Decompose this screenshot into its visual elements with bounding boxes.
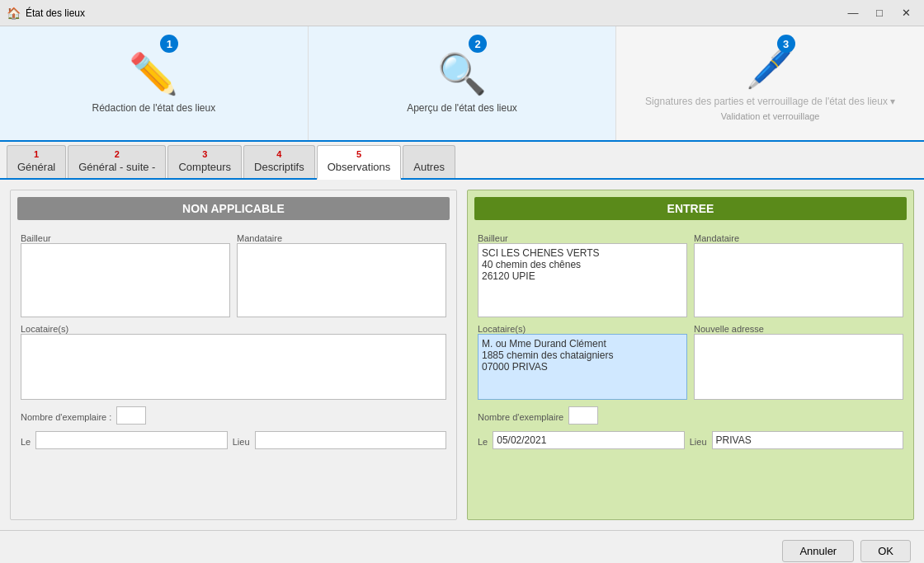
tab-observations[interactable]: 5 Observations: [317, 145, 402, 180]
wizard-step-1[interactable]: 1 ✏️ Rédaction de l'état des lieux: [0, 26, 309, 140]
left-locataires-input[interactable]: [21, 334, 446, 400]
tab-general[interactable]: 1 Général: [7, 145, 66, 178]
main-content: NON APPLICABLE Bailleur Mandataire Locat…: [0, 180, 924, 530]
right-mandataire-label: Mandataire: [694, 233, 903, 243]
left-panel: NON APPLICABLE Bailleur Mandataire Locat…: [10, 190, 457, 520]
left-lieu-label: Lieu: [233, 437, 250, 447]
tab-autres[interactable]: Autres: [403, 145, 455, 178]
right-bailleur-col: Bailleur SCI LES CHENES VERTS 40 chemin …: [478, 230, 687, 317]
tab-num-2: 2: [115, 149, 120, 159]
tab-num-1: 1: [34, 149, 39, 159]
wizard-badge-1: 1: [160, 35, 178, 53]
right-nouvelle-adresse-label: Nouvelle adresse: [694, 324, 903, 334]
left-panel-header: NON APPLICABLE: [17, 197, 450, 220]
magnifier-icon: 🔍: [437, 51, 487, 97]
tab-num-5: 5: [356, 149, 361, 159]
app-icon: 🏠: [7, 7, 21, 20]
tab-num-3: 3: [202, 149, 207, 159]
right-nouvelle-adresse-col: Nouvelle adresse: [694, 321, 903, 400]
wizard-badge-2: 2: [469, 35, 487, 53]
ok-button[interactable]: OK: [860, 540, 911, 562]
right-bailleur-input[interactable]: SCI LES CHENES VERTS 40 chemin des chêne…: [478, 243, 687, 317]
right-le-input[interactable]: [493, 431, 684, 449]
left-le-input[interactable]: [35, 431, 227, 449]
tab-descriptifs[interactable]: 4 Descriptifs: [243, 145, 315, 178]
title-bar: 🏠 État des lieux — □ ✕: [0, 0, 924, 26]
left-mandataire-col: Mandataire: [237, 230, 446, 317]
left-exemplaire-row: Nombre d'exemplaire :: [21, 406, 446, 425]
wizard-label-1: Rédaction de l'état des lieux: [92, 102, 215, 115]
left-bailleur-input[interactable]: [21, 243, 230, 317]
left-mandataire-label: Mandataire: [237, 233, 446, 243]
right-panel-header: ENTREE: [474, 197, 907, 220]
tab-compteurs[interactable]: 3 Compteurs: [167, 145, 242, 178]
wizard-bar: 1 ✏️ Rédaction de l'état des lieux 2 🔍 A…: [0, 26, 924, 142]
right-exemplaire-label: Nombre d'exemplaire: [478, 412, 563, 422]
tab-label-1: Général: [17, 161, 55, 173]
right-exemplaire-input[interactable]: [568, 406, 598, 425]
annuler-button[interactable]: Annuler: [782, 540, 854, 562]
right-panel: ENTREE Bailleur SCI LES CHENES VERTS 40 …: [467, 190, 914, 520]
left-locataires-row: Locataire(s): [21, 321, 446, 400]
wizard-step-2[interactable]: 2 🔍 Aperçu de l'état des lieux: [309, 26, 617, 140]
tab-label-3: Compteurs: [178, 161, 231, 173]
right-nouvelle-adresse-input[interactable]: [694, 334, 903, 400]
tab-num-4: 4: [276, 149, 281, 159]
right-locataires-label: Locataire(s): [478, 324, 687, 334]
tab-label-2: Général - suite -: [78, 161, 155, 173]
wizard-label-2: Aperçu de l'état des lieux: [407, 102, 517, 115]
right-locataires-col: Locataire(s) M. ou Mme Durand Clément 18…: [478, 321, 687, 400]
tab-label-6: Autres: [413, 161, 445, 173]
pencil-icon: ✏️: [129, 51, 178, 97]
window-controls: — □ ✕: [842, 4, 917, 22]
right-locataires-nouvelle-row: Locataire(s) M. ou Mme Durand Clément 18…: [478, 321, 903, 400]
maximize-button[interactable]: □: [868, 4, 891, 22]
right-exemplaire-row: Nombre d'exemplaire: [478, 406, 903, 425]
right-bailleur-label: Bailleur: [478, 233, 687, 243]
left-bailleur-label: Bailleur: [21, 233, 230, 243]
minimize-button[interactable]: —: [842, 4, 865, 22]
right-bailleur-mandataire-row: Bailleur SCI LES CHENES VERTS 40 chemin …: [478, 230, 903, 317]
tab-bar: 1 Général 2 Général - suite - 3 Compteur…: [0, 142, 924, 180]
app-title: État des lieux: [26, 7, 842, 19]
left-exemplaire-label: Nombre d'exemplaire :: [21, 412, 111, 422]
left-bailleur-col: Bailleur: [21, 230, 230, 317]
right-date-row: Le Lieu: [478, 431, 903, 449]
close-button[interactable]: ✕: [894, 4, 917, 22]
tab-general-suite[interactable]: 2 Général - suite -: [68, 145, 166, 178]
tab-label-4: Descriptifs: [254, 161, 304, 173]
right-mandataire-col: Mandataire: [694, 230, 903, 317]
right-lieu-input[interactable]: [712, 431, 903, 449]
right-locataires-input[interactable]: M. ou Mme Durand Clément 1885 chemin des…: [478, 334, 687, 400]
left-exemplaire-input[interactable]: [116, 406, 146, 425]
left-bailleur-mandataire-row: Bailleur Mandataire: [21, 230, 446, 317]
left-lieu-input[interactable]: [255, 431, 446, 449]
wizard-label-3: Signatures des parties et verrouillage d…: [645, 96, 895, 109]
right-le-label: Le: [478, 437, 488, 447]
wizard-badge-3: 3: [777, 35, 795, 53]
footer: Annuler OK: [0, 530, 924, 563]
right-panel-body: Bailleur SCI LES CHENES VERTS 40 chemin …: [468, 227, 913, 519]
tab-num-6: [428, 149, 431, 159]
wizard-step-3[interactable]: 3 🖊️ Signatures des parties et verrouill…: [616, 26, 924, 140]
tab-label-5: Observations: [328, 161, 391, 173]
left-date-row: Le Lieu: [21, 431, 446, 449]
left-locataires-label: Locataire(s): [21, 324, 446, 334]
left-le-label: Le: [21, 437, 31, 447]
right-mandataire-input[interactable]: [694, 243, 903, 317]
left-panel-body: Bailleur Mandataire Locataire(s) Nombre …: [11, 227, 456, 519]
wizard-sublabel-3: Validation et verrouillage: [721, 110, 820, 122]
right-lieu-label: Lieu: [690, 437, 707, 447]
left-mandataire-input[interactable]: [237, 243, 446, 317]
